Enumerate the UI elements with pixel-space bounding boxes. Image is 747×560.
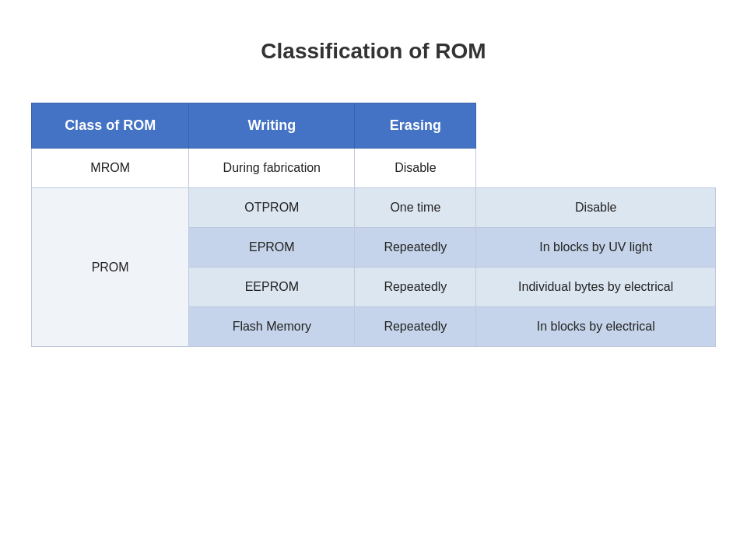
prom-label: PROM [32, 188, 189, 347]
rom-classification-table: Class of ROM Writing Erasing MROM During… [31, 103, 716, 347]
table-row: MROM During fabrication Disable [32, 149, 716, 188]
header-class-of-rom: Class of ROM [32, 103, 189, 149]
eprom-erasing: In blocks by UV light [476, 228, 716, 268]
table-row: PROM OTPROM One time Disable [32, 188, 716, 228]
page-title: Classification of ROM [261, 39, 486, 64]
flash-class: Flash Memory [189, 307, 355, 347]
eeprom-class: EEPROM [189, 268, 355, 307]
flash-writing: Repeatedly [355, 307, 476, 347]
mrom-erasing: Disable [355, 149, 476, 188]
eeprom-erasing: Individual bytes by electrical [476, 268, 716, 307]
header-writing: Writing [189, 103, 355, 149]
header-erasing: Erasing [355, 103, 476, 149]
otprom-class: OTPROM [189, 188, 355, 228]
flash-erasing: In blocks by electrical [476, 307, 716, 347]
mrom-writing: During fabrication [189, 149, 355, 188]
eeprom-writing: Repeatedly [355, 268, 476, 307]
eprom-class: EPROM [189, 228, 355, 268]
table-wrapper: Class of ROM Writing Erasing MROM During… [31, 103, 716, 347]
otprom-erasing: Disable [476, 188, 716, 228]
eprom-writing: Repeatedly [355, 228, 476, 268]
otprom-writing: One time [355, 188, 476, 228]
mrom-class: MROM [32, 149, 189, 188]
